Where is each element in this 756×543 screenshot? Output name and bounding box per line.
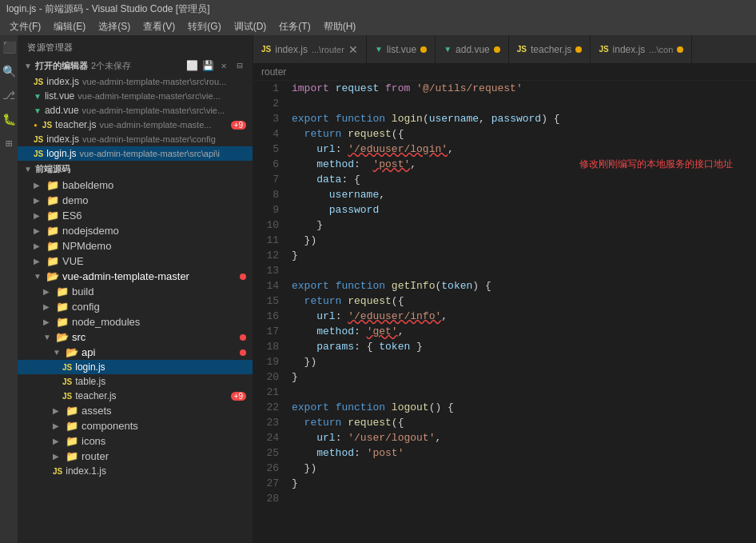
folder-name: build — [72, 285, 94, 297]
split-btn[interactable]: ⊟ — [233, 59, 246, 72]
tree-assets[interactable]: ▶ 📁 assets — [18, 403, 253, 418]
tree-demo[interactable]: ▶ 📁 demo — [18, 193, 253, 208]
git-icon[interactable]: ⎇ — [0, 86, 18, 104]
file-name: add.vue — [45, 105, 79, 116]
menu-view[interactable]: 查看(V) — [137, 20, 181, 34]
tab-add-vue[interactable]: ▼ add.vue — [436, 35, 509, 63]
folder-icon: 📁 — [66, 405, 78, 417]
sidebar: 资源管理器 ▼ 打开的编辑器 2个未保存 ⬜ 💾 ✕ ⊟ JS index.js… — [18, 35, 253, 543]
tree-es6[interactable]: ▶ 📁 ES6 — [18, 208, 253, 223]
tab-close-btn[interactable]: ✕ — [348, 43, 358, 56]
folder-name: node_modules — [72, 316, 140, 328]
js-icon: JS — [599, 45, 608, 54]
tab-index-config[interactable]: JS index.js ...\con — [591, 35, 692, 63]
folder-name: NPMdemo — [62, 240, 111, 252]
modified-indicator — [240, 273, 246, 280]
tab-label: index.js — [275, 44, 308, 55]
tab-path: ...\router — [312, 45, 344, 54]
file-name: teacher.js — [55, 119, 96, 130]
activity-bar: ⬛ 🔍 ⎇ 🐛 ⊞ — [0, 35, 18, 543]
search-icon[interactable]: 🔍 — [0, 62, 18, 80]
menu-task[interactable]: 任务(T) — [273, 20, 316, 34]
code-line-28 — [292, 491, 756, 506]
folder-name: assets — [82, 405, 112, 417]
tree-teacher-js[interactable]: JS teacher.js +9 — [18, 389, 253, 403]
tree-npmdemo[interactable]: ▶ 📁 NPMdemo — [18, 238, 253, 254]
tree-build[interactable]: ▶ 📁 build — [18, 284, 253, 299]
tree-table-js[interactable]: JS table.js — [18, 374, 253, 389]
menu-select[interactable]: 选择(S) — [92, 20, 137, 34]
tree-src[interactable]: ▼ 📂 src — [18, 329, 253, 345]
modified-dot — [677, 46, 683, 53]
open-file-login-js[interactable]: JS login.js vue-admin-template-master\sr… — [18, 146, 253, 161]
breadcrumb-router: router — [261, 66, 286, 78]
tree-config[interactable]: ▶ 📁 config — [18, 299, 253, 314]
open-editors-badge: 2个未保存 — [91, 60, 131, 72]
vue-icon: ▼ — [444, 45, 452, 54]
close-all-btn[interactable]: ✕ — [217, 59, 230, 72]
tab-teacher-js[interactable]: JS teacher.js — [509, 35, 591, 63]
folder-name: VUE — [62, 255, 84, 267]
modified-dot — [420, 46, 427, 53]
editor-content[interactable]: 1 2 3 4 5 6 7 8 9 10 11 12 13 14 15 16 1… — [253, 81, 756, 543]
menu-debug[interactable]: 调试(D) — [228, 20, 273, 34]
tree-icons[interactable]: ▶ 📁 icons — [18, 433, 253, 449]
tab-index-router[interactable]: JS index.js ...\router ✕ — [253, 35, 367, 63]
line-numbers: 1 2 3 4 5 6 7 8 9 10 11 12 13 14 15 16 1… — [253, 81, 285, 543]
folder-icon: 📁 — [66, 450, 78, 462]
code-line-18: params: { token } — [292, 339, 756, 354]
tree-login-js[interactable]: JS login.js — [18, 360, 253, 374]
js-icon: JS — [261, 45, 271, 54]
tree-index-1-js[interactable]: JS index.1.js — [18, 464, 253, 478]
tree-nodejsdemo[interactable]: ▶ 📁 nodejsdemo — [18, 223, 253, 238]
tree-components[interactable]: ▶ 📁 components — [18, 418, 253, 433]
tree-api[interactable]: ▼ 📂 api — [18, 345, 253, 360]
open-editors-label: 打开的编辑器 — [35, 60, 88, 72]
code-line-15: return request({ — [292, 293, 756, 309]
code-line-16: url: '/eduuser/info', — [292, 309, 756, 324]
open-file-index-config[interactable]: JS index.js vue-admin-template-master\co… — [18, 132, 253, 146]
file-path: vue-admin-template-master\src\rou... — [82, 77, 226, 86]
code-editor[interactable]: import request from '@/utils/request' ex… — [285, 81, 756, 543]
code-line-23: return request({ — [292, 415, 756, 430]
menu-goto[interactable]: 转到(G) — [181, 20, 227, 34]
open-file-index-router[interactable]: JS index.js vue-admin-template-master\sr… — [18, 74, 253, 89]
tree-vue-admin[interactable]: ▼ 📂 vue-admin-template-master — [18, 269, 253, 284]
tree-root[interactable]: ▼ 前端源码 — [18, 161, 253, 178]
js-icon: JS — [34, 135, 43, 144]
new-file-btn[interactable]: ⬜ — [185, 59, 198, 72]
file-name: index.1.js — [66, 465, 106, 477]
title-text: login.js - 前端源码 - Visual Studio Code [管理… — [6, 2, 210, 16]
folder-name: nodejsdemo — [62, 225, 119, 237]
extensions-icon[interactable]: ⊞ — [0, 134, 18, 152]
code-line-17: method: 'get', — [292, 324, 756, 339]
menu-file[interactable]: 文件(F) — [3, 20, 47, 34]
debug-icon[interactable]: 🐛 — [0, 110, 18, 128]
menu-help[interactable]: 帮助(H) — [317, 20, 363, 34]
explorer-icon[interactable]: ⬛ — [0, 38, 18, 56]
tab-label: teacher.js — [531, 44, 571, 55]
open-file-teacher-js[interactable]: ● JS teacher.js vue-admin-template-maste… — [18, 118, 253, 132]
modified-indicator — [240, 349, 246, 356]
menu-edit[interactable]: 编辑(E) — [47, 20, 92, 34]
open-file-list-vue[interactable]: ▼ list.vue vue-admin-template-master\src… — [18, 89, 253, 103]
tree-router[interactable]: ▶ 📁 router — [18, 449, 253, 464]
modified-indicator — [240, 334, 246, 341]
tab-list-vue[interactable]: ▼ list.vue — [367, 35, 436, 63]
tree-node-modules[interactable]: ▶ 📁 node_modules — [18, 314, 253, 329]
tab-label: add.vue — [456, 44, 490, 55]
code-line-27: } — [292, 476, 756, 491]
code-line-1: import request from '@/utils/request' — [292, 81, 756, 96]
file-name: table.js — [75, 376, 105, 387]
folder-icon: 📁 — [66, 435, 78, 447]
folder-name: ES6 — [62, 210, 82, 222]
code-line-3: export function login(username, password… — [292, 111, 756, 126]
tree-babeldemo[interactable]: ▶ 📁 babeldemo — [18, 178, 253, 193]
open-file-add-vue[interactable]: ▼ add.vue vue-admin-template-master\src\… — [18, 103, 253, 118]
folder-name: config — [72, 301, 100, 313]
folder-open-icon: 📂 — [66, 346, 78, 358]
folder-name: src — [72, 331, 86, 343]
tree-vue[interactable]: ▶ 📁 VUE — [18, 254, 253, 269]
save-all-btn[interactable]: 💾 — [201, 59, 214, 72]
code-line-11: }) — [292, 233, 756, 248]
